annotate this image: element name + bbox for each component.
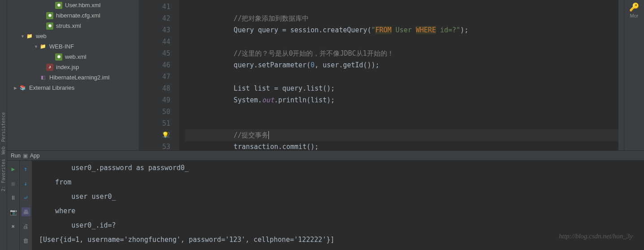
xml-file-icon: ⬢ — [55, 2, 62, 9]
line-number: 41 — [139, 1, 170, 13]
console-toolbar-secondary: ↑ ↓ ⤶ 🖶 🖨 🗑 — [20, 161, 32, 250]
print-button[interactable]: 🖶 — [22, 207, 30, 216]
run-label: Run — [11, 153, 21, 159]
tree-item[interactable]: ⬢hibernate.cfg.xml — [7, 10, 139, 21]
top-section: ⬢User.hbm.xml⬢hibernate.cfg.xml⬢struts.x… — [7, 0, 644, 150]
run-config-icon[interactable]: ▣ — [23, 153, 28, 159]
editor-area[interactable]: 414243444546474849505152💡53 //把对象添加到数据库中… — [139, 0, 624, 150]
editor-scrollbar[interactable] — [618, 0, 624, 150]
tree-item-label: HibernateLearning2.iml — [49, 74, 109, 81]
tree-item-label: web — [36, 33, 47, 39]
code-line[interactable] — [185, 71, 624, 83]
tree-item-label: web.xml — [65, 53, 86, 60]
console-line: from — [39, 175, 637, 189]
tree-item-label: struts.xml — [56, 22, 81, 29]
console-line: [User{id=1, username='zhongfucheng', pas… — [39, 232, 637, 247]
rerun-button[interactable]: ▶ — [9, 164, 18, 173]
right-tool-sidebar: 🔑 Mor — [624, 0, 644, 150]
favorites-tab[interactable]: 2: Favorites — [1, 159, 6, 191]
line-number: 46 — [139, 59, 170, 71]
console-line: user user0_ — [39, 189, 637, 204]
line-number: 51 — [139, 118, 170, 129]
tree-item[interactable]: Jindex.jsp — [7, 62, 139, 72]
tree-arrow-icon[interactable]: ▼ — [21, 34, 26, 39]
web-tab[interactable]: Web — [1, 146, 6, 154]
more-label[interactable]: Mor — [630, 13, 639, 18]
scroll-up-button[interactable]: ↑ — [22, 164, 30, 173]
tree-arrow-icon[interactable]: ▼ — [34, 44, 39, 49]
dump-button[interactable]: 📷 — [9, 207, 18, 216]
tree-item[interactable]: ⬢web.xml — [7, 52, 139, 62]
line-number: 48 — [139, 83, 170, 94]
folder-icon: 📁 — [26, 33, 33, 40]
tree-item[interactable]: ▼📁WEB-INF — [7, 41, 139, 52]
exit-button[interactable]: ✖ — [9, 222, 18, 231]
code-line[interactable]: //提交事务 — [185, 129, 624, 141]
folder-icon: 📁 — [39, 43, 47, 50]
tree-item-label: index.jsp — [56, 64, 79, 70]
console-line: where — [39, 204, 637, 218]
jsp-file-icon: J — [46, 64, 53, 71]
code-line[interactable]: //把对象添加到数据库中 — [185, 13, 624, 24]
trash-button[interactable]: 🗑 — [22, 236, 30, 245]
tree-item-label: hibernate.cfg.xml — [56, 12, 100, 19]
main-area: ⬢User.hbm.xml⬢hibernate.cfg.xml⬢struts.x… — [7, 0, 644, 250]
xml-file-icon: ⬢ — [46, 22, 53, 30]
scroll-down-button[interactable]: ↓ — [22, 179, 30, 188]
line-number: 49 — [139, 94, 170, 106]
left-tool-sidebar: Persistence Web 2: Favorites — [0, 0, 7, 250]
xml-file-icon: ⬢ — [55, 53, 62, 61]
iml-file-icon: ◧ — [39, 74, 47, 81]
key-icon[interactable]: 🔑 — [629, 2, 639, 12]
console-line: user0_.password as password0_ — [39, 161, 637, 175]
editor-gutter: 414243444546474849505152💡53 — [139, 0, 180, 150]
tree-item[interactable]: ▶📚External Libraries — [7, 83, 139, 93]
code-line[interactable] — [185, 118, 624, 129]
code-line[interactable]: Query query = session.createQuery("FROM … — [185, 24, 624, 36]
line-number: 43 — [139, 24, 170, 36]
code-line[interactable]: query.setParameter(0, user.getId()); — [185, 59, 624, 71]
line-number: 42 — [139, 13, 170, 24]
code-content[interactable]: //把对象添加到数据库中 Query query = session.creat… — [180, 0, 624, 150]
library-icon: 📚 — [19, 84, 26, 92]
line-number: 50 — [139, 106, 170, 118]
tree-item-label: WEB-INF — [49, 43, 74, 50]
xml-file-icon: ⬢ — [46, 12, 53, 19]
code-line[interactable]: System.out.println(list); — [185, 94, 624, 106]
clear-button[interactable]: 🖨 — [22, 222, 30, 231]
stop-button[interactable]: ■ — [9, 179, 18, 188]
app-label[interactable]: App — [30, 153, 39, 159]
code-line[interactable]: List list = query.list(); — [185, 83, 624, 94]
code-line[interactable] — [185, 1, 624, 13]
code-line[interactable]: //这里的？号是从0开始的，并不像JDBC从1开始的！ — [185, 48, 624, 59]
console-line: user0_.id=? — [39, 218, 637, 232]
watermark: http://blog.csdn.net/hon_3y — [559, 229, 633, 243]
tree-item[interactable]: ⬢struts.xml — [7, 21, 139, 31]
tree-item[interactable]: ⬢User.hbm.xml — [7, 0, 139, 10]
console-section: ▶ ■ ⏸ 📷 ✖ ↑ ↓ ⤶ 🖶 🖨 🗑 user0_.password as… — [7, 161, 644, 250]
persistence-tab[interactable]: Persistence — [1, 112, 6, 142]
tree-item[interactable]: ◧HibernateLearning2.iml — [7, 72, 139, 83]
line-number: 53 — [139, 141, 170, 153]
tree-item-label: User.hbm.xml — [65, 2, 100, 9]
pause-button[interactable]: ⏸ — [9, 193, 18, 202]
soft-wrap-button[interactable]: ⤶ — [22, 193, 30, 202]
intention-bulb-icon[interactable]: 💡 — [162, 129, 169, 141]
console-output[interactable]: user0_.password as password0_ from user … — [32, 161, 644, 250]
line-number: 44 — [139, 36, 170, 48]
tree-arrow-icon[interactable]: ▶ — [14, 86, 19, 90]
project-tree[interactable]: ⬢User.hbm.xml⬢hibernate.cfg.xml⬢struts.x… — [7, 0, 139, 150]
console-toolbar-primary: ▶ ■ ⏸ 📷 ✖ — [7, 161, 20, 250]
code-line[interactable]: transaction.commit(); — [185, 141, 624, 153]
tree-item-label: External Libraries — [29, 84, 74, 91]
line-number: 47 — [139, 71, 170, 83]
line-number: 45 — [139, 48, 170, 59]
code-line[interactable] — [185, 106, 624, 118]
line-number: 52💡 — [139, 129, 170, 141]
code-line[interactable] — [185, 36, 624, 48]
tree-item[interactable]: ▼📁web — [7, 31, 139, 41]
